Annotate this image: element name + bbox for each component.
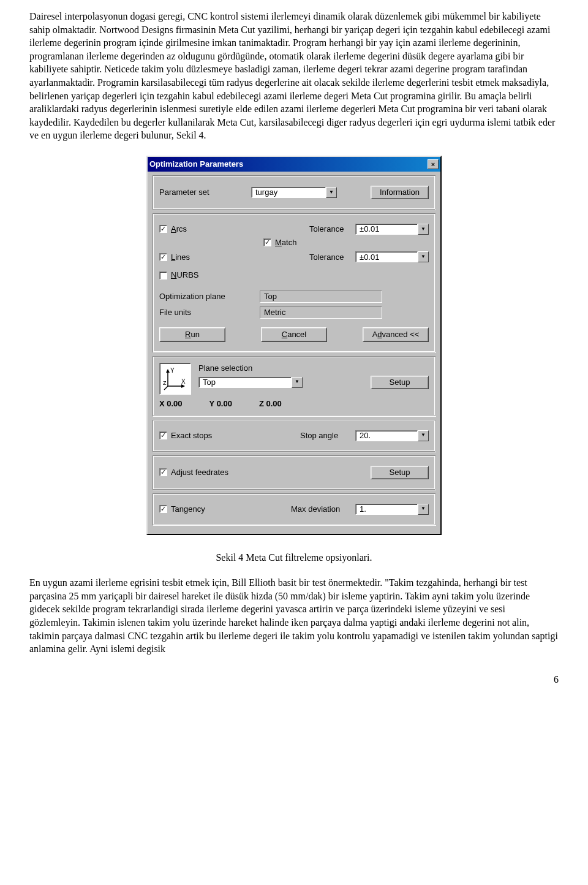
label-lines: Lines (171, 252, 190, 263)
setup-feedrates-button[interactable]: Setup (371, 466, 429, 479)
chevron-down-icon[interactable]: ▼ (418, 504, 429, 515)
label-file-units: File units (159, 307, 260, 318)
paragraph-1: Dairesel interpolasyonun dogasi geregi, … (29, 10, 559, 142)
parameter-set-combo[interactable]: turgay ▼ (251, 187, 337, 198)
titlebar-text: Optimization Parameters (149, 159, 426, 170)
tolerance-arcs-value: ±0.01 (355, 224, 418, 235)
label-tolerance-arcs: Tolerance (309, 224, 355, 235)
label-arcs: Arcs (171, 224, 187, 235)
dialog-body: Parameter set turgay ▼ Information ✓ Arc… (148, 172, 440, 534)
label-match: Match (275, 237, 296, 248)
coord-z: Z 0.00 (259, 398, 282, 409)
plane-preview: Y Z X (159, 363, 191, 395)
advanced-button[interactable]: Advanced << (363, 327, 429, 342)
group-tangency: ✓ Tangency Max deviation 1. ▼ (153, 493, 435, 525)
chevron-down-icon[interactable]: ▼ (418, 430, 429, 441)
svg-text:Z: Z (163, 380, 167, 386)
label-parameter-set: Parameter set (159, 187, 251, 198)
stop-angle-value: 20. (355, 430, 418, 441)
max-deviation-combo[interactable]: 1. ▼ (355, 504, 429, 515)
max-deviation-value: 1. (355, 504, 418, 515)
optimization-plane-value: Top (260, 291, 382, 303)
svg-marker-3 (166, 369, 170, 373)
file-units-value: Metric (260, 306, 382, 319)
label-plane-selection: Plane selection (198, 363, 429, 374)
checkbox-adjust-feedrates[interactable]: ✓ (159, 468, 167, 476)
chevron-down-icon[interactable]: ▼ (292, 377, 303, 388)
tolerance-arcs-combo[interactable]: ±0.01 ▼ (355, 224, 429, 235)
label-optimization-plane: Optimization plane (159, 291, 260, 302)
plane-selection-value: Top (198, 377, 292, 388)
chevron-down-icon[interactable]: ▼ (418, 251, 429, 262)
label-adjust-feedrates: Adjust feedrates (171, 467, 228, 478)
coord-y: Y 0.00 (209, 398, 232, 409)
label-exact-stops: Exact stops (171, 430, 212, 441)
run-button[interactable]: Run (159, 327, 225, 342)
label-max-deviation: Max deviation (291, 504, 355, 515)
chevron-down-icon[interactable]: ▼ (326, 187, 337, 198)
group-plane-selection: Y Z X Plane selection Top ▼ (153, 356, 435, 416)
label-tangency: Tangency (171, 504, 205, 515)
axis-icon: Y Z X (163, 367, 187, 391)
checkbox-exact-stops[interactable]: ✓ (159, 431, 167, 439)
cancel-button[interactable]: Cancel (261, 327, 327, 342)
parameter-set-value: turgay (251, 187, 326, 198)
information-button[interactable]: Information (371, 186, 429, 199)
group-parameter-set: Parameter set turgay ▼ Information (153, 175, 435, 210)
label-stop-angle: Stop angle (300, 430, 355, 441)
page-number: 6 (29, 673, 559, 686)
stop-angle-combo[interactable]: 20. ▼ (355, 430, 429, 441)
chevron-down-icon[interactable]: ▼ (418, 224, 429, 235)
group-exact-stops: ✓ Exact stops Stop angle 20. ▼ (153, 420, 435, 452)
checkbox-lines[interactable]: ✓ (159, 253, 167, 261)
label-tolerance-lines: Tolerance (309, 252, 355, 263)
figure-caption: Sekil 4 Meta Cut filtreleme opsiyonlari. (29, 551, 559, 564)
label-nurbs: NURBS (171, 270, 199, 281)
tolerance-lines-combo[interactable]: ±0.01 ▼ (355, 251, 429, 262)
svg-line-2 (164, 386, 168, 390)
close-icon[interactable]: × (428, 159, 439, 169)
svg-text:X: X (181, 378, 186, 385)
group-geometry: ✓ Arcs Tolerance ±0.01 ▼ ✓ Match ✓ Lines (153, 213, 435, 352)
checkbox-nurbs[interactable] (159, 272, 167, 279)
dialog-container: Optimization Parameters × Parameter set … (29, 156, 559, 535)
plane-selection-combo[interactable]: Top ▼ (198, 377, 303, 388)
tolerance-lines-value: ±0.01 (355, 251, 418, 262)
setup-plane-button[interactable]: Setup (371, 376, 429, 389)
paragraph-2: En uygun azami ilerleme egrisini tesbit … (29, 576, 559, 656)
coord-x: X 0.00 (159, 398, 183, 409)
titlebar[interactable]: Optimization Parameters × (148, 157, 440, 172)
checkbox-match[interactable]: ✓ (263, 238, 271, 246)
checkbox-tangency[interactable]: ✓ (159, 505, 167, 513)
checkbox-arcs[interactable]: ✓ (159, 225, 167, 233)
svg-text:Y: Y (170, 367, 175, 374)
optimization-parameters-dialog: Optimization Parameters × Parameter set … (146, 156, 442, 535)
group-adjust-feedrates: ✓ Adjust feedrates Setup (153, 455, 435, 490)
